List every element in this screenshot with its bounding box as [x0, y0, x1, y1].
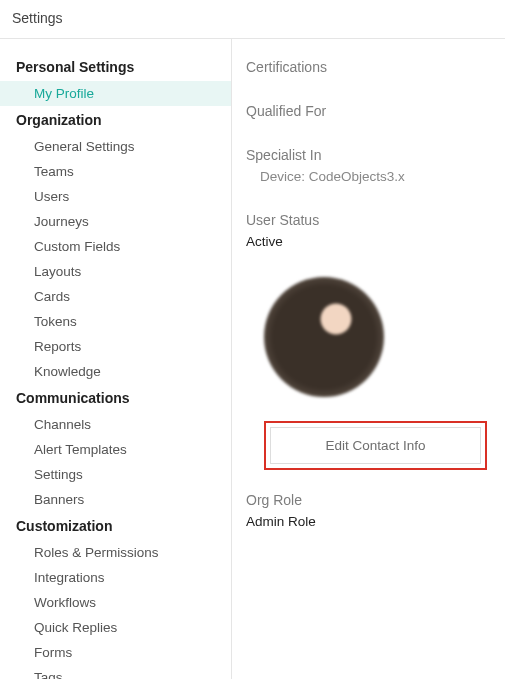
- avatar: [264, 277, 384, 397]
- main-container: Personal Settings My Profile Organizatio…: [0, 39, 505, 679]
- sidebar-item-tags[interactable]: Tags: [0, 665, 231, 679]
- sidebar-item-teams[interactable]: Teams: [0, 159, 231, 184]
- specialist-in-value: Device: CodeObjects3.x: [246, 169, 487, 184]
- sidebar-item-my-profile[interactable]: My Profile: [0, 81, 231, 106]
- section-customization[interactable]: Customization: [0, 512, 231, 540]
- sidebar-item-knowledge[interactable]: Knowledge: [0, 359, 231, 384]
- sidebar-item-layouts[interactable]: Layouts: [0, 259, 231, 284]
- specialist-in-label: Specialist In: [246, 147, 487, 163]
- section-communications[interactable]: Communications: [0, 384, 231, 412]
- page-title-bar: Settings: [0, 0, 505, 39]
- sidebar-item-custom-fields[interactable]: Custom Fields: [0, 234, 231, 259]
- org-role-label: Org Role: [246, 492, 487, 508]
- section-personal-settings[interactable]: Personal Settings: [0, 53, 231, 81]
- org-role-value: Admin Role: [246, 514, 487, 529]
- field-certifications: Certifications: [246, 59, 487, 75]
- certifications-label: Certifications: [246, 59, 487, 75]
- sidebar-item-roles-permissions[interactable]: Roles & Permissions: [0, 540, 231, 565]
- sidebar-item-banners[interactable]: Banners: [0, 487, 231, 512]
- sidebar-item-integrations[interactable]: Integrations: [0, 565, 231, 590]
- qualified-for-label: Qualified For: [246, 103, 487, 119]
- sidebar-item-users[interactable]: Users: [0, 184, 231, 209]
- field-qualified-for: Qualified For: [246, 103, 487, 119]
- edit-contact-info-button[interactable]: Edit Contact Info: [270, 427, 481, 464]
- field-user-status: User Status Active: [246, 212, 487, 249]
- edit-contact-highlight: Edit Contact Info: [264, 421, 487, 470]
- profile-content: Certifications Qualified For Specialist …: [232, 39, 505, 679]
- avatar-block: Edit Contact Info: [246, 277, 487, 470]
- sidebar-item-workflows[interactable]: Workflows: [0, 590, 231, 615]
- settings-sidebar: Personal Settings My Profile Organizatio…: [0, 39, 232, 679]
- user-status-label: User Status: [246, 212, 487, 228]
- section-organization[interactable]: Organization: [0, 106, 231, 134]
- field-org-role: Org Role Admin Role: [246, 492, 487, 529]
- field-specialist-in: Specialist In Device: CodeObjects3.x: [246, 147, 487, 184]
- sidebar-item-general-settings[interactable]: General Settings: [0, 134, 231, 159]
- sidebar-item-channels[interactable]: Channels: [0, 412, 231, 437]
- sidebar-item-comm-settings[interactable]: Settings: [0, 462, 231, 487]
- sidebar-item-tokens[interactable]: Tokens: [0, 309, 231, 334]
- sidebar-item-forms[interactable]: Forms: [0, 640, 231, 665]
- page-title: Settings: [12, 10, 63, 26]
- sidebar-item-reports[interactable]: Reports: [0, 334, 231, 359]
- sidebar-item-journeys[interactable]: Journeys: [0, 209, 231, 234]
- sidebar-item-alert-templates[interactable]: Alert Templates: [0, 437, 231, 462]
- user-status-value: Active: [246, 234, 487, 249]
- sidebar-item-cards[interactable]: Cards: [0, 284, 231, 309]
- sidebar-item-quick-replies[interactable]: Quick Replies: [0, 615, 231, 640]
